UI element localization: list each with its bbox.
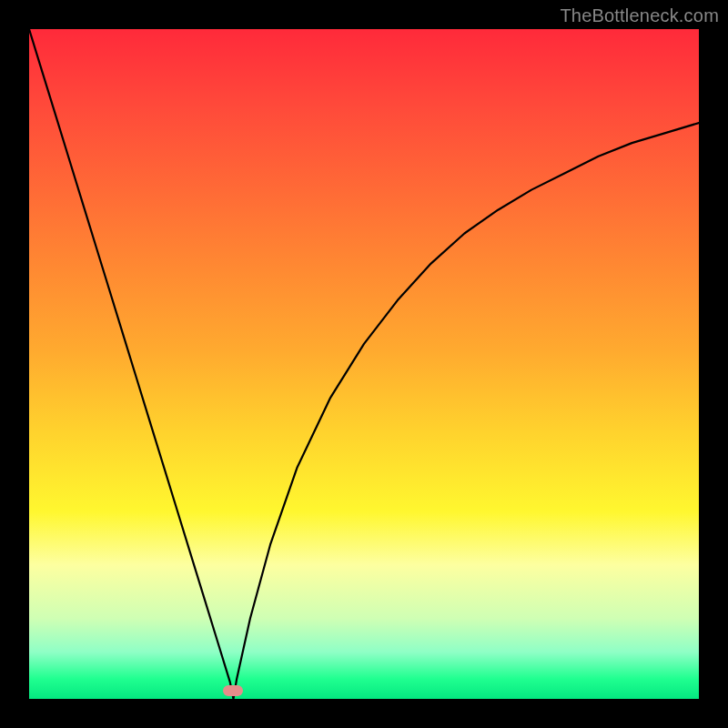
optimal-point-marker: [223, 685, 243, 696]
bottleneck-curve: [29, 29, 699, 699]
watermark-text: TheBottleneck.com: [560, 5, 719, 26]
chart-frame: TheBottleneck.com: [0, 0, 728, 728]
plot-area: [29, 29, 699, 699]
